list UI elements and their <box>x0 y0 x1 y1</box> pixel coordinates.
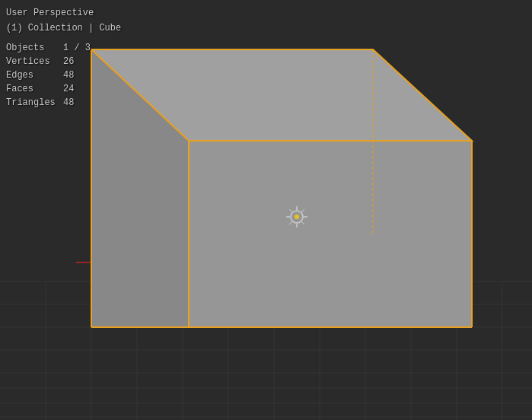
vertices-value: 26 <box>63 55 74 68</box>
vertices-label: Vertices <box>6 55 56 68</box>
svg-point-33 <box>295 215 299 219</box>
faces-label: Faces <box>6 82 56 96</box>
edges-stat: Edges 48 <box>6 68 121 82</box>
collection-title: (1) Collection | Cube <box>6 21 121 35</box>
triangles-stat: Triangles 48 <box>6 96 121 110</box>
svg-marker-24 <box>189 141 472 327</box>
viewport[interactable]: User Perspective (1) Collection | Cube O… <box>0 0 532 420</box>
triangles-value: 48 <box>63 96 74 110</box>
edges-label: Edges <box>6 68 56 82</box>
vertices-stat: Vertices 26 <box>6 55 121 68</box>
faces-value: 24 <box>63 82 74 96</box>
objects-label: Objects <box>6 41 56 55</box>
faces-stat: Faces 24 <box>6 82 121 96</box>
edges-value: 48 <box>63 68 74 82</box>
overlay-info: User Perspective (1) Collection | Cube O… <box>6 6 121 110</box>
objects-stat: Objects 1 / 3 <box>6 41 121 55</box>
triangles-label: Triangles <box>6 96 56 110</box>
viewport-title: User Perspective <box>6 6 121 20</box>
objects-value: 1 / 3 <box>63 41 91 55</box>
